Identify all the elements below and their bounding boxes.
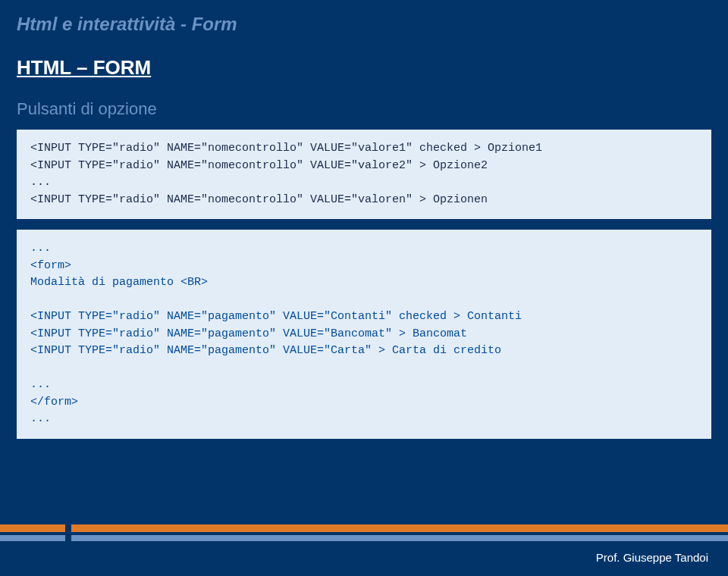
page-title: Html e interattività - Form xyxy=(0,0,728,35)
subsection-title: Pulsanti di opzione xyxy=(0,80,728,119)
code-example-box: ... <form> Modalità di pagamento <BR> <I… xyxy=(17,230,711,439)
code-syntax-box: <INPUT TYPE="radio" NAME="nomecontrollo"… xyxy=(17,130,711,219)
footer-credit: Prof. Giuseppe Tandoi xyxy=(596,551,708,564)
footer-decorative-bar xyxy=(0,524,728,546)
section-title: HTML – FORM xyxy=(0,35,728,80)
